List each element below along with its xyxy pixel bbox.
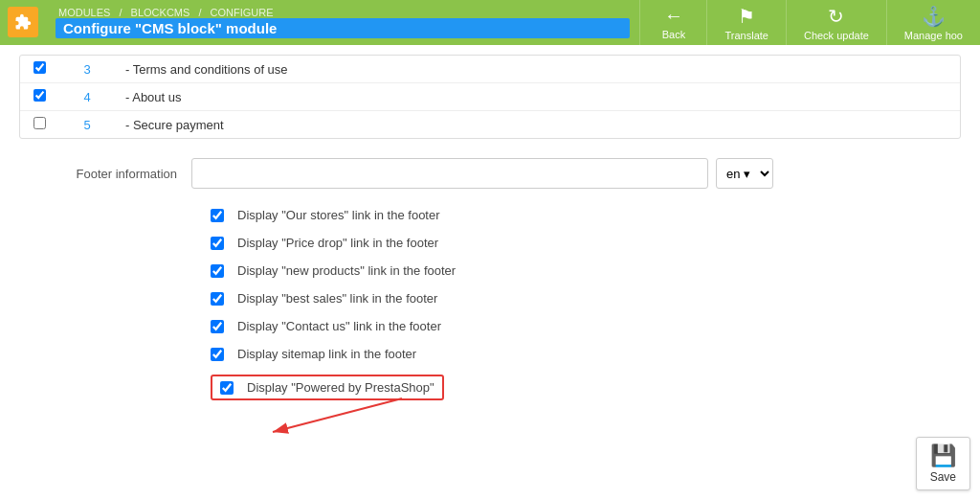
checkboxes-section: Display "Our stores" link in the footer … [19, 208, 961, 400]
checkbox-row: Display "Our stores" link in the footer [211, 208, 961, 222]
checkbox-row: Display "Contact us" link in the footer [211, 319, 961, 333]
module-icon [8, 7, 38, 37]
breadcrumb-configure: CONFIGURE [211, 7, 274, 18]
lang-select[interactable]: en ▾ [716, 158, 773, 189]
footer-info-row: Footer information en ▾ [19, 158, 961, 189]
save-label: Save [930, 470, 956, 484]
breadcrumb: MODULES / BLOCKCMS / CONFIGURE [56, 7, 630, 18]
table-cell-id: 3 [58, 56, 116, 83]
footer-info-input[interactable] [191, 158, 708, 189]
checkbox-row: Display "Price drop" link in the footer [211, 236, 961, 250]
table-cell-label: - About us [116, 83, 960, 111]
table-row: 4 - About us [20, 83, 960, 111]
checkbox-label: Display "new products" link in the foote… [237, 263, 456, 278]
anchor-icon: ⚓ [922, 5, 946, 28]
breadcrumb-blockcms: BLOCKCMS [131, 7, 190, 18]
table-cell-label: - Secure payment [116, 111, 960, 139]
save-icon: 💾 [930, 443, 956, 468]
table-cell-id: 5 [58, 111, 116, 139]
translate-label: Translate [724, 30, 768, 41]
manage-hooks-button[interactable]: ⚓ Manage hoo [886, 0, 980, 45]
top-bar-actions: ← Back ⚑ Translate ↻ Check update ⚓ Mana… [639, 0, 980, 45]
cms-checkbox[interactable] [33, 89, 46, 102]
checkbox-row: Display "best sales" link in the footer [211, 291, 961, 306]
save-button-wrap: 💾 Save [916, 437, 970, 490]
table-cell-label: - Terms and conditions of use [116, 56, 960, 83]
checkbox-row: Display "new products" link in the foote… [211, 263, 961, 278]
checkbox-label: Display "best sales" link in the footer [237, 291, 437, 306]
back-icon: ← [664, 5, 683, 27]
footer-checkbox[interactable] [211, 264, 224, 278]
back-label: Back [662, 29, 685, 40]
footer-checkbox[interactable] [211, 348, 224, 361]
cms-table-wrap: 3 - Terms and conditions of use 4 - Abou… [19, 55, 961, 139]
checkbox-label: Display "Contact us" link in the footer [237, 319, 441, 333]
check-update-label: Check update [804, 30, 869, 41]
save-button[interactable]: 💾 Save [916, 437, 970, 490]
cms-checkbox[interactable] [33, 117, 46, 129]
footer-checkbox[interactable] [211, 320, 224, 333]
checkbox-row: Display sitemap link in the footer [211, 347, 961, 361]
table-row: 3 - Terms and conditions of use [20, 56, 960, 83]
refresh-icon: ↻ [828, 5, 844, 28]
table-cell-id: 4 [58, 83, 116, 111]
check-update-button[interactable]: ↻ Check update [786, 0, 886, 45]
checkbox-label: Display sitemap link in the footer [237, 347, 416, 361]
footer-info-label: Footer information [19, 167, 191, 181]
footer-checkbox[interactable] [211, 237, 224, 250]
checkbox-label: Display "Price drop" link in the footer [237, 236, 438, 250]
checkbox-row: Display "Powered by PrestaShop" [211, 375, 961, 400]
cms-table: 3 - Terms and conditions of use 4 - Abou… [20, 56, 960, 138]
translate-icon: ⚑ [738, 5, 755, 28]
highlighted-checkbox-wrap: Display "Powered by PrestaShop" [211, 375, 444, 400]
content-area: 3 - Terms and conditions of use 4 - Abou… [0, 45, 980, 423]
manage-hooks-label: Manage hoo [904, 30, 963, 41]
checkbox-label: Display "Powered by PrestaShop" [247, 380, 434, 395]
footer-checkbox[interactable] [220, 381, 234, 395]
table-cell-checkbox[interactable] [20, 83, 58, 111]
table-cell-checkbox[interactable] [20, 56, 58, 83]
main-content: 3 - Terms and conditions of use 4 - Abou… [0, 45, 980, 500]
footer-checkbox[interactable] [211, 209, 224, 222]
checkbox-label: Display "Our stores" link in the footer [237, 208, 440, 222]
breadcrumb-sep1: / [119, 7, 122, 18]
table-cell-checkbox[interactable] [20, 111, 58, 139]
top-bar: MODULES / BLOCKCMS / CONFIGURE Configure… [0, 0, 980, 45]
footer-checkbox[interactable] [211, 292, 224, 306]
table-row: 5 - Secure payment [20, 111, 960, 139]
page-title: Configure "CMS block" module [56, 18, 630, 38]
breadcrumb-modules: MODULES [58, 7, 110, 18]
breadcrumb-sep2: / [198, 7, 201, 18]
cms-checkbox[interactable] [33, 61, 46, 74]
translate-button[interactable]: ⚑ Translate [706, 0, 785, 45]
back-button[interactable]: ← Back [639, 0, 706, 45]
top-bar-left: MODULES / BLOCKCMS / CONFIGURE Configure… [46, 0, 639, 45]
